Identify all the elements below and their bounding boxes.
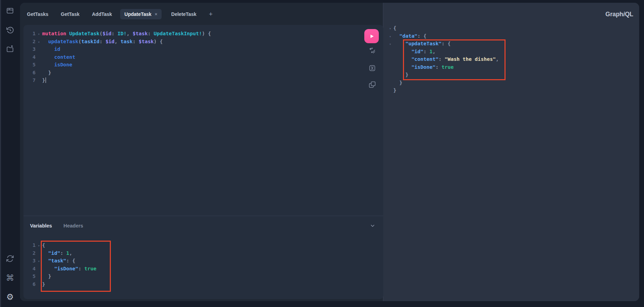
code-line: } (387, 86, 637, 94)
code-line: 3 id (23, 45, 383, 53)
code-line: "isDone": true (387, 63, 637, 71)
history-icon (6, 26, 14, 34)
collapse-secondary-editor-button[interactable] (368, 221, 377, 230)
secondary-editor-tabs: Variables Headers (30, 221, 83, 231)
keyboard-shortcuts-button[interactable]: ⌘ (3, 271, 17, 285)
tab-updatetask[interactable]: UpdateTask × (120, 9, 162, 19)
keyboard-shortcuts-icon: ⌘ (6, 274, 14, 282)
code-text: } (42, 77, 46, 83)
chevron-down-icon (369, 222, 376, 229)
line-number: 2 (23, 38, 36, 46)
code-text: mutation UpdateTask($id: ID!, $task: Upd… (42, 31, 211, 36)
copy-query-button[interactable] (367, 79, 378, 90)
code-line: ▾ "updateTask": { (387, 40, 637, 48)
fold-arrow-icon[interactable]: ▾ (36, 38, 42, 46)
line-number: 6 (23, 69, 36, 77)
code-line: 4 "isDone": true (23, 265, 383, 273)
line-number: 6 (23, 280, 36, 288)
code-line: } (387, 71, 637, 79)
tab-deletetask[interactable]: DeleteTask (171, 11, 196, 17)
code-text: { (42, 242, 45, 248)
fold-arrow-icon[interactable]: ▾ (387, 25, 393, 33)
line-number: 2 (23, 249, 36, 257)
prettify-button[interactable] (367, 46, 378, 57)
code-line: 3▾ "task": { (23, 257, 383, 265)
session: GetTasks GetTask AddTask UpdateTask × De… (20, 3, 639, 301)
line-number: 5 (23, 61, 36, 69)
code-line: 6 } (23, 69, 383, 77)
code-line: } (387, 79, 637, 87)
code-text: "updateTask": { (393, 41, 451, 46)
tab-bar: GetTasks GetTask AddTask UpdateTask × De… (27, 9, 213, 19)
explorer-button[interactable] (3, 43, 17, 56)
code-text: } (393, 87, 396, 93)
code-text: "content": "Wash the dishes", (393, 56, 499, 62)
fold-arrow-icon[interactable]: ▾ (387, 40, 393, 48)
code-text: content (42, 54, 75, 60)
response-viewer: ▾{▾ "data": {▾ "updateTask": { "id": 1, … (387, 24, 637, 94)
tab-gettasks[interactable]: GetTasks (27, 11, 48, 17)
execute-icon (368, 32, 375, 40)
line-number: 1 (23, 30, 36, 38)
code-line: 4 content (23, 53, 383, 61)
code-line: 5 } (23, 272, 383, 280)
code-text: "data": { (393, 33, 426, 39)
line-number: 3 (23, 257, 36, 265)
editor-divider[interactable] (23, 216, 383, 216)
code-line: "content": "Wash the dishes", (387, 55, 637, 63)
code-text: } (42, 273, 51, 279)
line-number: 3 (23, 45, 36, 53)
code-text: "isDone": true (393, 64, 454, 70)
history-button[interactable] (3, 24, 17, 37)
code-line: 5 isDone (23, 61, 383, 69)
logo-ql: QL (625, 11, 633, 18)
variables-editor[interactable]: 1▾{2 "id": 1,3▾ "task": {4 "isDone": tru… (23, 241, 383, 288)
execute-query-button[interactable] (364, 29, 379, 43)
tab-variables[interactable]: Variables (30, 223, 52, 229)
docs-icon (6, 7, 14, 15)
refetch-schema-button[interactable] (3, 252, 17, 265)
code-text: isDone (42, 62, 72, 67)
copy-icon (368, 81, 376, 89)
code-line: 6} (23, 280, 383, 288)
line-number: 1 (23, 241, 36, 249)
docs-button[interactable] (3, 4, 17, 17)
code-line: ▾ "data": { (387, 32, 637, 40)
code-text: "isDone": true (42, 266, 96, 271)
line-number: 5 (23, 272, 36, 280)
code-text: updateTask(taskId: $id, task: $task) { (42, 39, 163, 44)
code-text: } (393, 72, 408, 77)
close-tab-icon[interactable]: × (155, 11, 157, 17)
tab-label: UpdateTask (124, 11, 151, 17)
query-editor[interactable]: 1▾mutation UpdateTask($id: ID!, $task: U… (23, 30, 383, 84)
fold-arrow-icon[interactable]: ▾ (36, 30, 42, 38)
fold-arrow-icon[interactable]: ▾ (36, 258, 42, 266)
explorer-icon (6, 45, 14, 53)
sidebar: ⌘ ⚙ (0, 0, 20, 307)
code-line: 1▾mutation UpdateTask($id: ID!, $task: U… (23, 30, 383, 38)
fold-arrow-icon[interactable]: ▾ (36, 242, 42, 250)
prettify-icon (368, 47, 376, 55)
add-tab-button[interactable]: + (209, 10, 213, 18)
code-line: 1▾{ (23, 241, 383, 249)
merge-fragments-button[interactable] (367, 63, 378, 74)
code-line: ▾{ (387, 24, 637, 32)
code-line: "id": 1, (387, 48, 637, 56)
response-panel: GraphiQL ▾{▾ "data": {▾ "updateTask": { … (384, 3, 639, 301)
tab-gettask[interactable]: GetTask (61, 11, 79, 17)
code-line: 2▾ updateTask(taskId: $id, task: $task) … (23, 38, 383, 46)
code-line: 7} (23, 76, 383, 84)
refetch-schema-icon (6, 254, 14, 263)
graphiql-app: ⌘ ⚙ GetTasks GetTask AddTask UpdateTask … (0, 0, 644, 307)
tab-headers[interactable]: Headers (64, 223, 83, 229)
tab-addtask[interactable]: AddTask (92, 11, 112, 17)
code-text: } (393, 80, 402, 85)
logo-graph: Graph (605, 11, 623, 18)
line-number: 7 (23, 76, 36, 84)
code-text: "id": 1, (393, 49, 435, 54)
fold-arrow-icon[interactable]: ▾ (387, 33, 393, 41)
settings-button[interactable]: ⚙ (3, 290, 17, 304)
code-text: "id": 1, (42, 250, 72, 256)
merge-fragments-icon (368, 64, 376, 72)
line-number: 4 (23, 265, 36, 273)
